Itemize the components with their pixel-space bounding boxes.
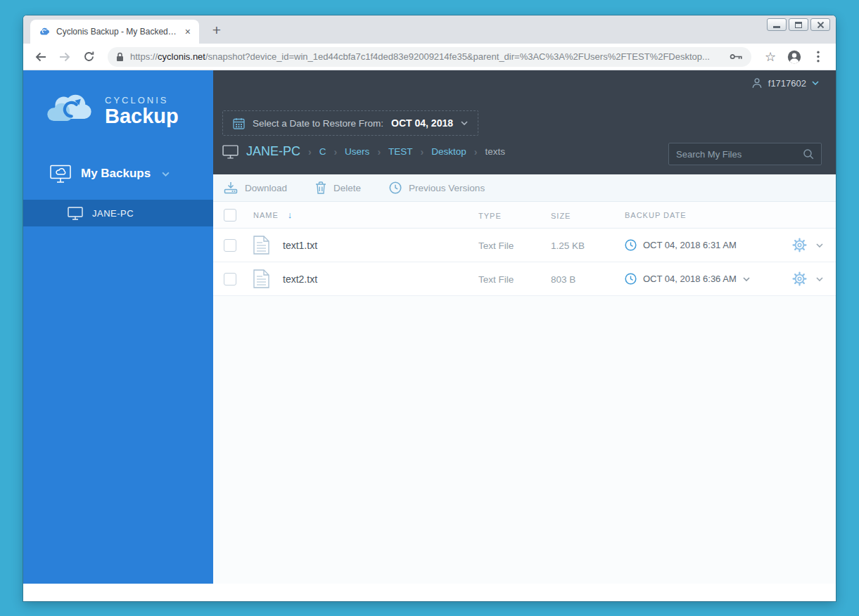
new-tab-button[interactable]: +: [208, 21, 226, 39]
lock-icon: [116, 52, 124, 62]
breadcrumb-link-c[interactable]: C: [319, 146, 326, 157]
sidebar: CYCLONIS Backup My Backups: [23, 70, 213, 584]
sidebar-item-my-backups[interactable]: My Backups: [23, 165, 213, 183]
file-name[interactable]: text1.txt: [283, 240, 317, 251]
file-size: 1.25 KB: [551, 240, 585, 251]
search-box: [668, 143, 822, 165]
column-size[interactable]: SIZE: [551, 212, 571, 220]
forward-button[interactable]: [54, 46, 75, 68]
date-restore-selector[interactable]: Select a Date to Restore From: OCT 04, 2…: [222, 110, 478, 136]
backup-date: OCT 04, 2018 6:36 AM: [643, 274, 737, 284]
breadcrumb-link-test[interactable]: TEST: [388, 146, 413, 157]
sidebar-item-jane-pc[interactable]: JANE-PC: [23, 200, 213, 226]
tab-title: Cyclonis Backup - My Backed up: [56, 27, 177, 37]
close-button[interactable]: [810, 18, 830, 31]
maximize-button[interactable]: [789, 18, 808, 31]
row-checkbox[interactable]: [224, 239, 236, 252]
gear-icon[interactable]: [792, 271, 807, 286]
breadcrumb-link-users[interactable]: Users: [345, 146, 369, 157]
column-backup-date[interactable]: BACKUP DATE: [625, 211, 687, 219]
browser-toolbar: https://cyclonis.net/snapshot?device_id=…: [23, 44, 836, 70]
delete-button[interactable]: Delete: [315, 181, 361, 194]
monitor-icon: [222, 145, 238, 159]
trash-icon: [315, 181, 326, 194]
chevron-down-icon: [162, 172, 170, 177]
cyclonis-logo: CYCLONIS Backup: [42, 91, 213, 129]
brand-product: Backup: [105, 107, 179, 127]
browser-menu-icon[interactable]: [808, 46, 829, 68]
backup-date: OCT 04, 2018 6:31 AM: [643, 240, 737, 250]
file-type: Text File: [478, 240, 514, 251]
breadcrumb-current: texts: [485, 146, 505, 157]
row-expand-chevron-icon[interactable]: [816, 243, 823, 248]
url-text: https://cyclonis.net/snapshot?device_id=…: [130, 51, 723, 62]
empty-area: [213, 296, 836, 584]
account-name: f1717602: [768, 78, 806, 89]
logo-cloud-icon: [42, 91, 96, 129]
delete-label: Delete: [333, 183, 361, 193]
breadcrumb-separator: ›: [474, 146, 478, 158]
chevron-down-icon: [461, 121, 468, 125]
clock-icon: [625, 273, 637, 285]
previous-versions-label: Previous Versions: [409, 183, 485, 193]
breadcrumb-separator: ›: [421, 146, 424, 158]
previous-versions-button[interactable]: Previous Versions: [389, 181, 485, 194]
account-menu[interactable]: f1717602: [751, 77, 819, 89]
select-all-checkbox[interactable]: [224, 209, 236, 222]
tab-close-icon[interactable]: ×: [182, 25, 193, 38]
brand-name: CYCLONIS: [105, 95, 179, 105]
refresh-button[interactable]: [78, 46, 99, 68]
file-size: 803 B: [551, 274, 575, 285]
breadcrumb-separator: ›: [333, 146, 337, 158]
table-row[interactable]: text2.txt Text File 803 B OCT 04, 2018 6…: [213, 262, 836, 296]
download-icon: [224, 181, 238, 194]
monitor-icon: [68, 207, 83, 220]
breadcrumb-separator: ›: [308, 146, 312, 158]
clock-icon: [625, 239, 637, 251]
browser-tab[interactable]: Cyclonis Backup - My Backed up ×: [30, 20, 199, 44]
breadcrumb-device[interactable]: JANE-PC: [246, 144, 300, 159]
file-name[interactable]: text2.txt: [283, 274, 317, 285]
browser-window: Cyclonis Backup - My Backed up × + https…: [23, 15, 836, 601]
user-icon: [751, 77, 763, 89]
file-actions-bar: Download Delete Previous Versions: [213, 174, 836, 202]
download-button[interactable]: Download: [224, 181, 287, 194]
row-expand-chevron-icon[interactable]: [816, 277, 823, 281]
breadcrumb: JANE-PC › C › Users › TEST › Desktop › t…: [222, 144, 505, 159]
search-input[interactable]: [676, 149, 803, 160]
back-button[interactable]: [30, 46, 51, 68]
key-icon[interactable]: [730, 53, 743, 60]
table-header: NAME ↓ TYPE SIZE BACKUP DATE: [213, 202, 836, 229]
breadcrumb-link-desktop[interactable]: Desktop: [431, 146, 466, 157]
profile-avatar-icon[interactable]: [784, 46, 805, 68]
versions-chevron-icon[interactable]: [743, 277, 750, 281]
dark-header: f1717602 Select a Date to Restore From: …: [213, 70, 836, 174]
tab-strip: Cyclonis Backup - My Backed up × +: [23, 15, 836, 44]
device-label: JANE-PC: [92, 208, 134, 219]
address-bar[interactable]: https://cyclonis.net/snapshot?device_id=…: [108, 47, 751, 67]
backup-monitor-icon: [50, 165, 71, 183]
download-label: Download: [245, 183, 287, 193]
table-row[interactable]: text1.txt Text File 1.25 KB OCT 04, 2018…: [213, 229, 836, 262]
page-content: CYCLONIS Backup My Backups: [23, 70, 836, 584]
file-icon: [253, 269, 269, 288]
file-type: Text File: [478, 274, 514, 285]
date-selector-value: OCT 04, 2018: [391, 117, 453, 129]
favicon-cloud-icon: [39, 26, 51, 38]
column-type[interactable]: TYPE: [478, 212, 502, 220]
minimize-button[interactable]: [767, 18, 787, 31]
main-panel: f1717602 Select a Date to Restore From: …: [213, 70, 836, 584]
date-selector-label: Select a Date to Restore From:: [253, 118, 383, 129]
column-name[interactable]: NAME: [253, 211, 279, 219]
clock-icon: [389, 181, 402, 194]
row-checkbox[interactable]: [224, 273, 236, 285]
chevron-down-icon: [812, 81, 819, 85]
calendar-icon: [233, 117, 245, 129]
bookmark-star-icon[interactable]: ☆: [760, 46, 781, 68]
breadcrumb-separator: ›: [377, 146, 381, 158]
search-icon[interactable]: [803, 148, 814, 160]
gear-icon[interactable]: [792, 238, 807, 252]
file-icon: [253, 236, 269, 255]
my-backups-label: My Backups: [81, 167, 151, 181]
sort-descending-icon[interactable]: ↓: [288, 210, 293, 220]
